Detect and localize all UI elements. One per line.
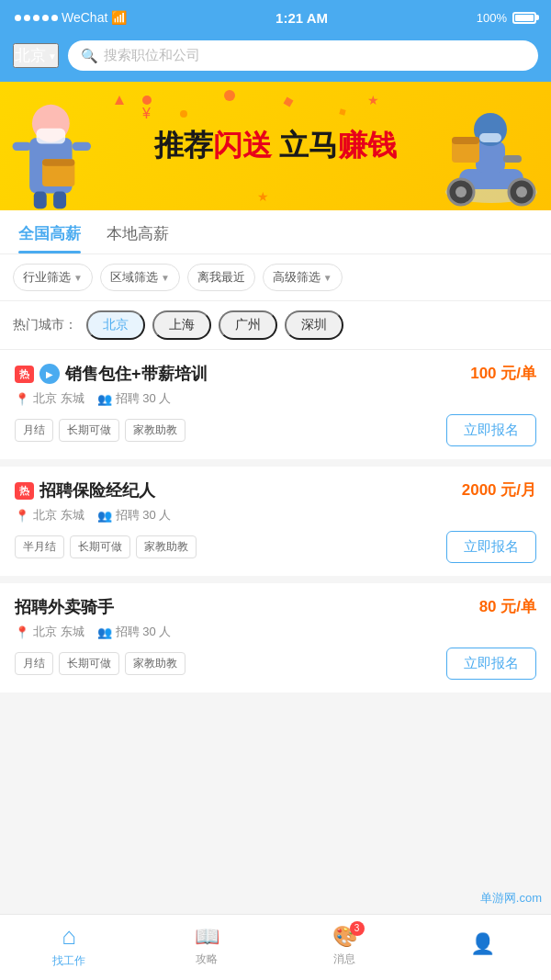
location-pin-icon-3: 📍	[15, 625, 29, 639]
job-3-tag-0: 月结	[15, 652, 53, 675]
job-2-hot-badge: 热	[15, 482, 34, 500]
svg-point-14	[516, 186, 527, 197]
job-3-apply-button[interactable]: 立即报名	[446, 648, 536, 680]
job-3-salary: 80 元/单	[479, 596, 536, 617]
svg-rect-2	[37, 129, 66, 144]
job-2-tags: 半月结 长期可做 家教助教	[15, 535, 197, 558]
nav-profile-icon: 👤	[470, 932, 495, 956]
job-1-title-row: 热 ▶ 销售包住+带薪培训	[15, 363, 470, 385]
job-3-tags: 月结 长期可做 家教助教	[15, 652, 186, 675]
job-2-apply-button[interactable]: 立即报名	[446, 531, 536, 563]
city-beijing[interactable]: 北京	[86, 310, 145, 340]
job-2-meta: 📍 北京 东城 👥 招聘 30 人	[15, 507, 536, 524]
network-label: WeChat	[62, 10, 107, 25]
hot-cities-label: 热门城市：	[13, 317, 77, 333]
watermark: 单游网.com	[480, 890, 542, 907]
job-3-location: 📍 北京 东城	[15, 624, 84, 640]
job-1-salary: 100 元/单	[470, 363, 536, 384]
filter-area-label: 区域筛选	[110, 269, 158, 286]
banner[interactable]: 推荐闪送 立马赚钱	[0, 82, 551, 210]
svg-rect-5	[13, 142, 31, 151]
banner-text: 推荐闪送 立马赚钱	[154, 126, 398, 166]
job-card-1[interactable]: 热 ▶ 销售包住+带薪培训 100 元/单 📍 北京 东城 👥 招聘 30 人	[0, 350, 551, 459]
svg-rect-6	[73, 142, 91, 151]
bottom-navigation: ⌂ 找工作 📖 攻略 🎨 3 消息 👤	[0, 914, 551, 980]
svg-point-21	[142, 96, 152, 105]
filter-area-arrow-icon: ▼	[161, 273, 170, 283]
nav-message-badge: 3	[350, 921, 365, 936]
tab-local-high-salary[interactable]: 本地高薪	[107, 223, 169, 253]
job-card-2[interactable]: 热 招聘保险经纪人 2000 元/月 📍 北京 东城 👥 招聘 30 人 半月结	[0, 467, 551, 576]
job-1-tag-0: 月结	[15, 419, 53, 442]
filter-industry-button[interactable]: 行业筛选 ▼	[13, 264, 93, 291]
filter-area-button[interactable]: 区域筛选 ▼	[100, 264, 180, 291]
svg-rect-15	[476, 141, 505, 173]
nav-strategy[interactable]: 📖 攻略	[174, 925, 239, 967]
job-1-recruit: 👥 招聘 30 人	[97, 390, 172, 407]
filter-row: 行业筛选 ▼ 区域筛选 ▼ 离我最近 高级筛选 ▼	[0, 254, 551, 301]
job-2-title: 招聘保险经纪人	[39, 479, 155, 501]
filter-advanced-label: 高级筛选	[273, 269, 320, 286]
search-placeholder-text: 搜索职位和公司	[104, 47, 200, 64]
status-bar: WeChat 📶 1:21 AM 100%	[0, 0, 551, 33]
svg-point-22	[180, 110, 187, 118]
job-1-apply-button[interactable]: 立即报名	[446, 414, 536, 446]
job-2-title-row: 热 招聘保险经纪人	[15, 479, 462, 501]
job-2-salary: 2000 元/月	[462, 479, 536, 501]
job-2-recruit: 👥 招聘 30 人	[97, 507, 172, 524]
status-time: 1:21 AM	[276, 10, 328, 26]
nav-find-job[interactable]: ⌂ 找工作	[37, 922, 101, 969]
location-pin-icon-2: 📍	[15, 509, 29, 523]
location-pin-icon: 📍	[15, 392, 29, 406]
filter-nearby-button[interactable]: 离我最近	[187, 264, 255, 291]
location-text: 北京	[15, 45, 46, 66]
svg-rect-17	[479, 133, 501, 142]
svg-text:★: ★	[257, 189, 269, 204]
banner-person-right-icon	[441, 100, 542, 210]
search-icon: 🔍	[81, 48, 98, 64]
people-icon-3: 👥	[97, 625, 112, 639]
filter-advanced-arrow-icon: ▼	[323, 273, 332, 283]
job-2-tags-row: 半月结 长期可做 家教助教 立即报名	[15, 531, 536, 563]
job-1-tags-row: 月结 长期可做 家教助教 立即报名	[15, 414, 536, 446]
svg-rect-19	[452, 137, 479, 144]
location-button[interactable]: 北京 ▼	[13, 43, 59, 68]
job-2-location: 📍 北京 东城	[15, 507, 84, 524]
job-1-location: 📍 北京 东城	[15, 390, 84, 407]
city-shenzhen[interactable]: 深圳	[285, 310, 343, 340]
tab-national-high-salary[interactable]: 全国高薪	[18, 223, 81, 253]
svg-point-23	[224, 90, 235, 101]
filter-industry-label: 行业筛选	[23, 269, 71, 286]
job-1-video-badge: ▶	[39, 364, 60, 384]
job-1-meta: 📍 北京 东城 👥 招聘 30 人	[15, 390, 536, 407]
job-2-tag-1: 长期可做	[70, 535, 130, 558]
svg-rect-4	[42, 159, 74, 165]
nav-message-badge-wrap: 🎨 3	[332, 925, 357, 949]
svg-rect-24	[284, 97, 294, 107]
job-3-title-row: 招聘外卖骑手	[15, 596, 479, 618]
job-3-tags-row: 月结 长期可做 家教助教 立即报名	[15, 648, 536, 680]
main-tabs: 全国高薪 本地高薪	[0, 210, 551, 254]
city-tags: 北京 上海 广州 深圳	[86, 310, 343, 340]
filter-advanced-button[interactable]: 高级筛选 ▼	[263, 264, 343, 291]
nav-find-job-icon: ⌂	[62, 922, 76, 951]
city-guangzhou[interactable]: 广州	[219, 310, 277, 340]
job-card-3[interactable]: 招聘外卖骑手 80 元/单 📍 北京 东城 👥 招聘 30 人 月结 长期可做	[0, 583, 551, 693]
nav-find-job-label: 找工作	[52, 953, 85, 969]
signal-dots	[15, 15, 58, 21]
svg-rect-20	[503, 155, 522, 163]
job-3-tag-1: 长期可做	[59, 652, 119, 675]
battery-icon	[512, 12, 536, 24]
nav-message[interactable]: 🎨 3 消息	[312, 925, 377, 967]
people-icon-2: 👥	[97, 509, 112, 523]
nav-profile[interactable]: 👤	[450, 932, 514, 959]
people-icon: 👥	[97, 392, 112, 406]
job-1-tags: 月结 长期可做 家教助教	[15, 419, 186, 442]
status-left: WeChat 📶	[15, 10, 127, 25]
job-1-tag-1: 长期可做	[59, 419, 119, 442]
search-bar[interactable]: 🔍 搜索职位和公司	[68, 40, 538, 71]
nav-strategy-icon: 📖	[195, 925, 219, 949]
nav-message-label: 消息	[333, 952, 355, 967]
city-shanghai[interactable]: 上海	[152, 310, 211, 340]
nav-strategy-label: 攻略	[196, 952, 218, 967]
